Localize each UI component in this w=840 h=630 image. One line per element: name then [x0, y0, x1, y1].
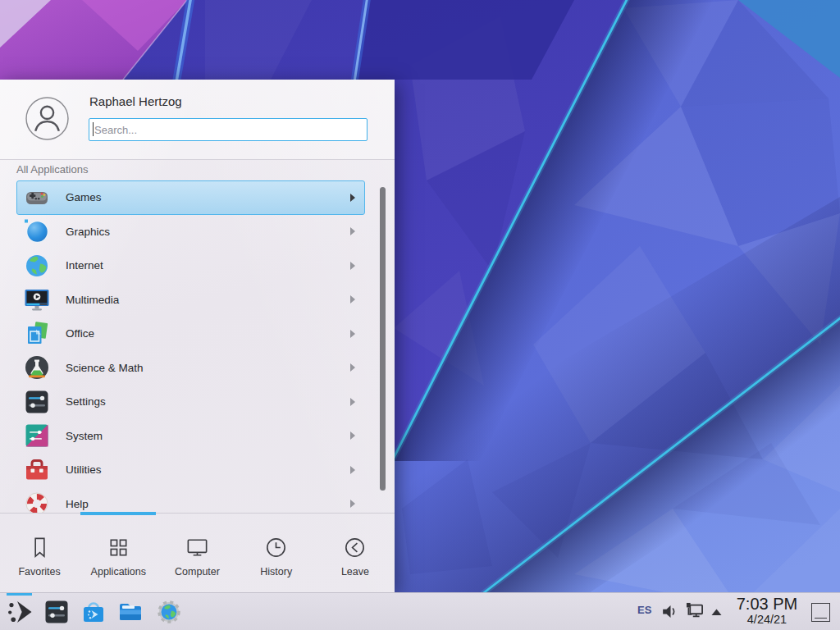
menu-category-utilities[interactable]: Utilities [16, 453, 365, 487]
chevron-right-icon [350, 431, 355, 440]
discover-icon [80, 599, 107, 625]
chevron-right-icon [350, 398, 355, 406]
folder-icon [117, 599, 144, 625]
clock-date: 4/24/21 [730, 613, 804, 627]
globe-icon [24, 253, 50, 279]
volume-icon[interactable] [661, 602, 680, 621]
clock-time: 7:03 PM [730, 595, 804, 613]
divider [0, 513, 395, 514]
sliders-icon [24, 389, 50, 415]
user-avatar[interactable] [25, 97, 69, 140]
menu-category-settings[interactable]: Settings [16, 385, 365, 419]
category-label: Science & Math [66, 362, 350, 374]
globe-gear-icon [156, 599, 182, 625]
media-player-icon [24, 286, 50, 313]
application-launcher-menu: Raphael Hertzog All Applications [0, 80, 395, 592]
menu-category-help[interactable]: Help [16, 487, 365, 514]
leave-icon [342, 535, 368, 560]
category-label: System [66, 430, 350, 442]
monitor-icon [185, 535, 210, 560]
category-label: Help [66, 498, 350, 510]
chevron-right-icon [350, 466, 355, 474]
tab-favorites[interactable]: Favorites [0, 516, 79, 592]
desktop: Raphael Hertzog All Applications [0, 0, 840, 630]
category-label: Graphics [66, 226, 350, 238]
expand-tray-arrow-icon[interactable] [710, 608, 723, 616]
documents-icon [24, 321, 50, 347]
tab-applications[interactable]: Applications [79, 516, 158, 592]
menu-category-office[interactable]: Office [16, 317, 365, 351]
taskbar: ES 7:03 PM 4/24/21 [0, 592, 840, 630]
chevron-right-icon [350, 295, 355, 304]
file-manager-button[interactable] [117, 599, 144, 625]
menu-category-science-math[interactable]: Science & Math [16, 351, 365, 386]
kde-launcher-icon [6, 597, 35, 627]
chevron-right-icon [350, 262, 355, 270]
category-label: Utilities [66, 463, 350, 476]
lifebuoy-icon [24, 491, 50, 513]
active-tab-indicator [80, 512, 156, 515]
flask-icon [24, 354, 50, 381]
chevron-right-icon [350, 330, 355, 338]
wired-network-icon[interactable] [685, 601, 705, 622]
system-icon [24, 422, 50, 449]
category-label: Internet [66, 259, 350, 272]
text-cursor [93, 122, 94, 136]
menu-category-multimedia[interactable]: Multimedia [16, 283, 365, 317]
tab-history[interactable]: History [237, 516, 316, 592]
discover-button[interactable] [80, 599, 107, 625]
chevron-right-icon [350, 194, 355, 202]
system-settings-button[interactable] [43, 599, 70, 625]
system-settings-icon [43, 599, 70, 625]
gamepad-icon [24, 185, 50, 211]
search-input[interactable] [89, 118, 368, 141]
chevron-right-icon [350, 227, 355, 235]
section-label: All Applications [16, 163, 88, 176]
bookmark-icon [27, 535, 52, 560]
chevron-right-icon [350, 363, 355, 372]
user-name: Raphael Hertzog [89, 94, 182, 108]
web-browser-button[interactable] [156, 599, 182, 625]
menu-category-games[interactable]: Games [16, 180, 365, 215]
chevron-right-icon [350, 500, 355, 508]
menu-category-system[interactable]: System [16, 419, 365, 454]
launcher-header: Raphael Hertzog [0, 80, 395, 160]
category-list: Games Graphics [0, 180, 395, 513]
tab-computer[interactable]: Computer [158, 516, 236, 592]
category-label: Multimedia [66, 294, 350, 306]
toolbox-icon [24, 457, 50, 483]
menu-category-internet[interactable]: Internet [16, 249, 365, 283]
category-label: Settings [66, 395, 350, 408]
show-desktop-button[interactable] [811, 603, 830, 622]
scrollbar[interactable] [380, 187, 386, 491]
keyboard-layout-indicator[interactable]: ES [637, 604, 651, 616]
app-grid-icon [106, 535, 131, 560]
category-label: Games [66, 191, 350, 203]
launcher-tab-bar: Favorites Applications C [0, 516, 395, 592]
clock-icon [263, 535, 289, 560]
category-label: Office [66, 327, 350, 340]
application-launcher-button[interactable] [6, 597, 35, 627]
tab-leave[interactable]: Leave [316, 516, 395, 592]
sphere-icon [24, 218, 50, 244]
launcher-active-indicator [7, 593, 32, 596]
menu-category-graphics[interactable]: Graphics [16, 215, 365, 249]
digital-clock[interactable]: 7:03 PM 4/24/21 [730, 595, 804, 627]
